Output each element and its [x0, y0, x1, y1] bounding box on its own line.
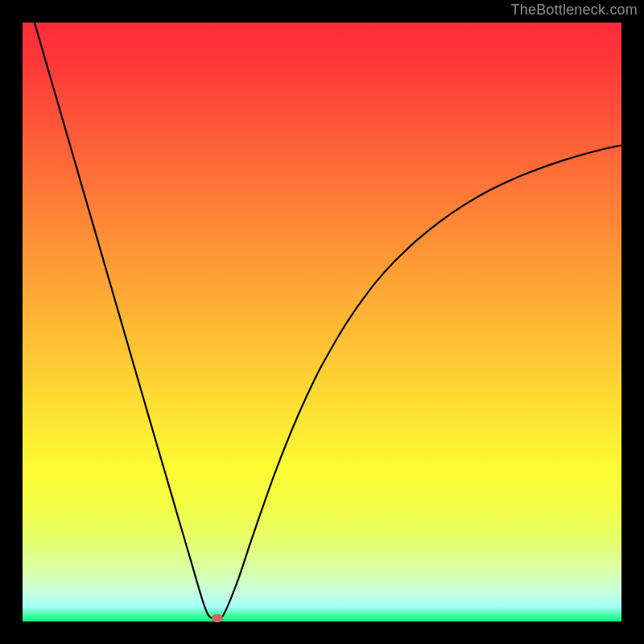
chart-container: TheBottleneck.com — [0, 0, 644, 644]
plot-area — [23, 23, 621, 621]
minimum-marker — [212, 614, 223, 622]
bottleneck-curve — [23, 23, 621, 621]
watermark: TheBottleneck.com — [511, 2, 638, 19]
